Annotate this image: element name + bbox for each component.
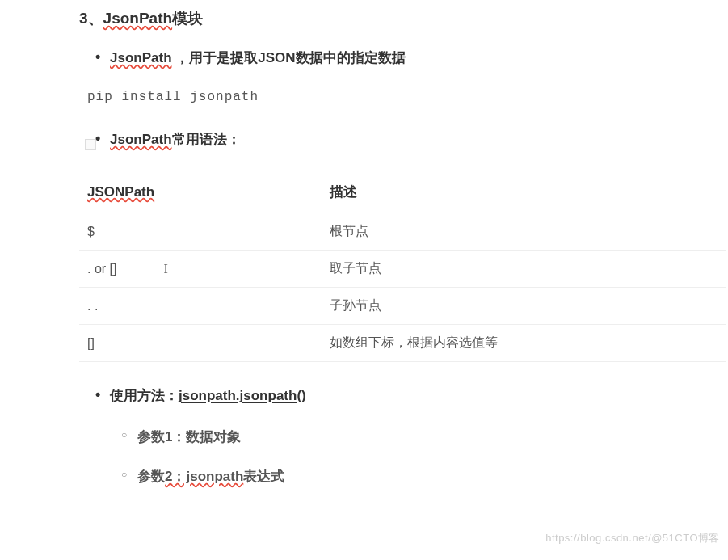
sub1-rest: 数据对象: [186, 429, 241, 444]
heading-underlined: JsonPath: [103, 10, 173, 27]
sub-bullet-param2: 参数2：jsonpath表达式: [121, 467, 728, 486]
bullet2-underlined: JsonPath: [110, 132, 172, 147]
syntax-table: JSONPath 描述 $ 根节点 . or []I 取子节点 . . 子孙节点: [79, 171, 726, 362]
bullet-item-usage: 使用方法：jsonpath.jsonpath(): [95, 386, 728, 405]
syntax-table-wrap: JSONPath 描述 $ 根节点 . or []I 取子节点 . . 子孙节点: [79, 171, 726, 362]
heading-suffix: 模块: [172, 10, 203, 27]
main-bullet-list-3: 使用方法：jsonpath.jsonpath(): [95, 386, 728, 405]
table-header-jsonpath: JSONPath: [79, 171, 322, 213]
table-header-desc: 描述: [322, 171, 726, 213]
cell-symbol: $: [79, 213, 322, 251]
bullet-item-syntax: JsonPath常用语法：: [95, 130, 728, 149]
bullet2-rest: 常用语法：: [172, 132, 241, 147]
main-bullet-list-2: JsonPath常用语法：: [95, 130, 728, 149]
th-col1-text: JSONPath: [87, 184, 154, 200]
cell-desc: 取子节点: [322, 251, 726, 288]
table-row: $ 根节点: [79, 213, 726, 251]
sub1-prefix: 参数1：: [137, 429, 186, 444]
bullet1-rest: ，用于是提取JSON数据中的指定数据: [172, 50, 406, 65]
table-row: . . 子孙节点: [79, 288, 726, 325]
text-cursor-icon: I: [163, 262, 167, 276]
sub2-rest: 表达式: [243, 469, 284, 484]
bullet3-underlined: jsonpath.jsonpath: [179, 388, 297, 403]
cell-desc: 根节点: [322, 213, 726, 251]
main-bullet-list: JsonPath ，用于是提取JSON数据中的指定数据: [95, 48, 728, 67]
bullet3-prefix: 使用方法：: [110, 388, 179, 403]
sub2-prefix-a: 参数: [137, 469, 165, 484]
sub-bullet-list: 参数1：数据对象 参数2：jsonpath表达式: [121, 427, 728, 486]
placeholder-box-icon: [85, 139, 96, 150]
cell-symbol: . or []I: [79, 251, 322, 288]
bullet3-suffix: (): [297, 388, 305, 403]
cell-symbol: . .: [79, 288, 322, 325]
bullet-item-intro: JsonPath ，用于是提取JSON数据中的指定数据: [95, 48, 728, 67]
sub-bullet-param1: 参数1：数据对象: [121, 427, 728, 446]
table-row: . or []I 取子节点: [79, 251, 726, 288]
table-header-row: JSONPath 描述: [79, 171, 726, 213]
cell-symbol: []: [79, 325, 322, 362]
code-block: pip install jsonpath: [87, 90, 728, 104]
cell-desc: 如数组下标，根据内容选值等: [322, 325, 726, 362]
heading-prefix: 3、: [79, 10, 103, 27]
cell-symbol-text: . or []: [87, 262, 116, 276]
section-heading: 3、JsonPath模块: [79, 8, 728, 29]
watermark: https://blog.csdn.net/@51CTO博客: [545, 531, 720, 545]
bullet1-underlined: JsonPath: [110, 50, 172, 65]
table-row: [] 如数组下标，根据内容选值等: [79, 325, 726, 362]
cell-desc: 子孙节点: [322, 288, 726, 325]
sub2-underlined: 2：jsonpath: [165, 469, 243, 484]
